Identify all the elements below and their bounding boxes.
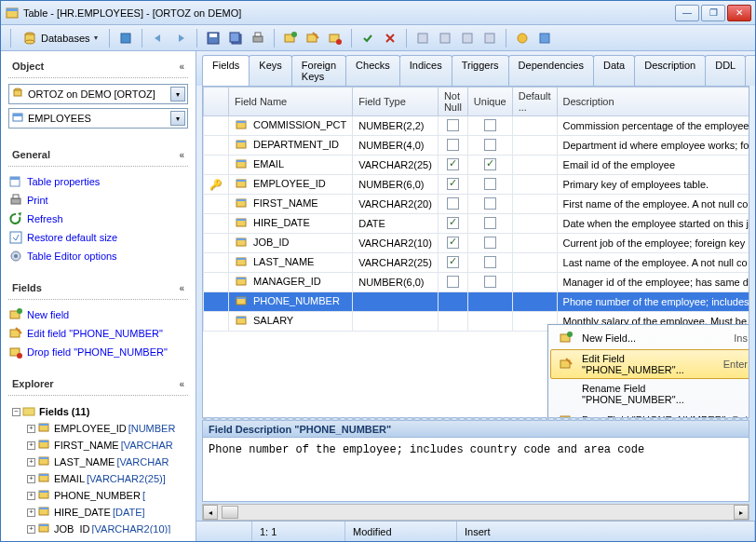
tree-item[interactable]: +EMAIL [VARCHAR2(25)]: [12, 470, 184, 487]
tab-keys[interactable]: Keys: [249, 55, 291, 86]
table-row[interactable]: DEPARTMENT_IDNUMBER(4,0)Department id wh…: [204, 136, 750, 156]
notnull-checkbox[interactable]: [447, 217, 459, 229]
fields-link[interactable]: New field: [8, 305, 188, 324]
column-header[interactable]: Default ...: [512, 88, 557, 116]
table-combo[interactable]: EMPLOYEES ▾: [8, 108, 188, 129]
table-row[interactable]: LAST_NAMEVARCHAR2(25)Last name of the em…: [204, 253, 750, 273]
table-row[interactable]: PHONE_NUMBERPhone number of the employee…: [204, 292, 750, 312]
maximize-button[interactable]: ❐: [701, 5, 725, 21]
tab-checks[interactable]: Checks: [345, 55, 400, 86]
tree-item[interactable]: +HIRE_DATE [DATE]: [12, 504, 184, 521]
column-header[interactable]: Field Type: [353, 88, 439, 116]
unique-checkbox[interactable]: [484, 158, 496, 170]
databases-dropdown[interactable]: Databases ▾: [17, 28, 103, 48]
compile-button[interactable]: [115, 28, 136, 48]
table-row[interactable]: COMMISSION_PCTNUMBER(2,2)Commission perc…: [204, 116, 750, 136]
table-row[interactable]: EMAILVARCHAR2(25)Email id of the employe…: [204, 156, 750, 175]
column-header[interactable]: Field Name: [229, 88, 353, 116]
unique-checkbox[interactable]: [484, 217, 496, 229]
drop-field-button[interactable]: [325, 28, 345, 48]
fields-section-header[interactable]: Fields «: [8, 277, 188, 300]
minimize-button[interactable]: —: [675, 5, 699, 21]
notnull-checkbox[interactable]: [447, 119, 459, 131]
dropdown-icon[interactable]: ▾: [170, 111, 185, 126]
edit-field-button[interactable]: [303, 28, 323, 48]
menu-item[interactable]: Edit Field "PHONE_NUMBER"...Enter: [550, 349, 749, 379]
general-link[interactable]: Table Editor options: [8, 247, 188, 265]
description-body[interactable]: Phone number of the employee; includes c…: [202, 437, 749, 502]
menu-item[interactable]: Rename Field "PHONE_NUMBER"...: [550, 379, 749, 409]
nav-back-button[interactable]: [148, 28, 169, 48]
tab-indices[interactable]: Indices: [399, 55, 452, 86]
tree-item[interactable]: +JOB_ID [VARCHAR2(10)]: [12, 521, 184, 534]
tool-1-button[interactable]: [412, 28, 433, 48]
fields-link[interactable]: Edit field "PHONE_NUMBER": [8, 324, 188, 343]
tab-description[interactable]: Description: [634, 55, 706, 86]
table-row[interactable]: MANAGER_IDNUMBER(6,0)Manager id of the e…: [204, 273, 750, 292]
tool-6-button[interactable]: [534, 28, 555, 48]
tree-toggle-icon[interactable]: +: [27, 525, 35, 534]
unique-checkbox[interactable]: [484, 178, 496, 190]
scroll-thumb[interactable]: [222, 506, 238, 519]
general-link[interactable]: Refresh: [8, 210, 188, 228]
tab-foreign-keys[interactable]: Foreign Keys: [291, 55, 346, 86]
tab-triggers[interactable]: Triggers: [452, 55, 509, 86]
save-all-button[interactable]: [225, 28, 246, 48]
tool-5-button[interactable]: [512, 28, 533, 48]
notnull-checkbox[interactable]: [447, 237, 459, 249]
column-header[interactable]: Unique: [467, 88, 512, 116]
general-link[interactable]: Table properties: [8, 172, 188, 191]
connection-combo[interactable]: ORTOZ on DEMO [ORTOZ] ▾: [8, 84, 188, 104]
fields-grid[interactable]: Field NameField TypeNot NullUniqueDefaul…: [202, 86, 749, 418]
unique-checkbox[interactable]: [484, 276, 496, 288]
unique-checkbox[interactable]: [484, 139, 496, 151]
table-row[interactable]: HIRE_DATEDATEDate when the employee star…: [204, 214, 750, 234]
tree-item[interactable]: +FIRST_NAME [VARCHAR: [12, 437, 184, 454]
tree-toggle-icon[interactable]: +: [27, 508, 35, 517]
general-link[interactable]: Print: [8, 191, 188, 210]
tree-toggle-icon[interactable]: +: [27, 458, 35, 467]
notnull-checkbox[interactable]: [447, 178, 459, 190]
tool-4-button[interactable]: [479, 28, 500, 48]
tree-toggle-icon[interactable]: +: [27, 425, 35, 433]
fields-link[interactable]: Drop field "PHONE_NUMBER": [8, 343, 188, 361]
table-row[interactable]: JOB_IDVARCHAR2(10)Current job of the emp…: [204, 234, 750, 253]
notnull-checkbox[interactable]: [447, 139, 459, 151]
menu-item[interactable]: New Field...Ins: [550, 327, 749, 349]
unique-checkbox[interactable]: [484, 197, 496, 210]
column-header[interactable]: Description: [557, 88, 749, 116]
unique-checkbox[interactable]: [484, 256, 496, 268]
tab-ddl[interactable]: DDL: [705, 55, 746, 86]
tab-data[interactable]: Data: [593, 55, 635, 86]
tool-3-button[interactable]: [457, 28, 478, 48]
notnull-checkbox[interactable]: [447, 256, 459, 268]
general-link[interactable]: Restore default size: [8, 228, 188, 247]
tool-2-button[interactable]: [435, 28, 455, 48]
scroll-right-icon[interactable]: ▸: [734, 505, 749, 520]
column-header[interactable]: Not Null: [438, 88, 467, 116]
explorer-tree[interactable]: − Fields (11) +EMPLOYEE_ID [NUMBER+FIRST…: [8, 401, 188, 534]
dropdown-icon[interactable]: ▾: [170, 87, 185, 102]
close-button[interactable]: ✕: [727, 5, 751, 21]
nav-forward-button[interactable]: [170, 28, 191, 48]
tab-permissions[interactable]: Permissions: [745, 55, 755, 86]
print-button[interactable]: [248, 28, 268, 48]
tab-dependencies[interactable]: Dependencies: [508, 55, 594, 86]
context-menu[interactable]: New Field...InsEdit Field "PHONE_NUMBER"…: [547, 324, 749, 418]
tab-fields[interactable]: Fields: [202, 55, 250, 86]
save-button[interactable]: [203, 28, 223, 48]
unique-checkbox[interactable]: [484, 119, 496, 131]
tree-toggle-icon[interactable]: −: [12, 408, 20, 416]
commit-button[interactable]: [358, 28, 378, 48]
explorer-header[interactable]: Explorer «: [8, 373, 188, 396]
tree-item[interactable]: +EMPLOYEE_ID [NUMBER: [12, 420, 184, 437]
tree-toggle-icon[interactable]: +: [27, 441, 35, 450]
new-field-button[interactable]: [280, 28, 301, 48]
menu-item[interactable]: Drop Field "PHONE_NUMBER"Del: [550, 409, 749, 418]
tree-item[interactable]: +LAST_NAME [VARCHAR: [12, 454, 184, 470]
tree-toggle-icon[interactable]: +: [27, 492, 35, 500]
table-row[interactable]: 🔑EMPLOYEE_IDNUMBER(6,0)Primary key of em…: [204, 175, 750, 195]
tree-item[interactable]: +PHONE_NUMBER [: [12, 487, 184, 504]
unique-checkbox[interactable]: [484, 237, 496, 249]
horizontal-scrollbar[interactable]: ◂ ▸: [202, 504, 749, 521]
